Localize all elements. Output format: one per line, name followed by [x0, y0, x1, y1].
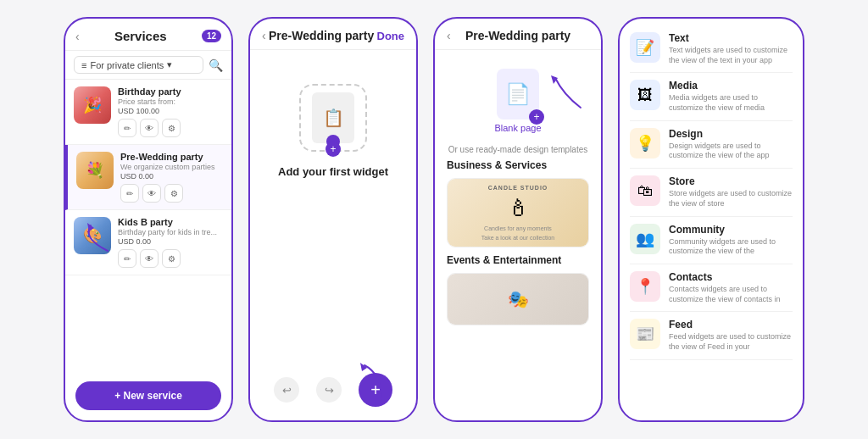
chevron-down-icon: ▾	[167, 59, 172, 70]
service-desc: We organize custom parties	[120, 163, 223, 171]
widget-desc: Text widgets are used to customize the v…	[669, 46, 793, 65]
widget-name: Media	[669, 80, 793, 92]
filter-icon: ≡	[81, 60, 86, 70]
phone1-header: ‹ Services 12	[65, 19, 231, 51]
redo-button[interactable]: ↪	[316, 377, 342, 403]
widget-info: CommunityCommunity widgets are used to c…	[669, 224, 793, 257]
events-template-image: 🎭	[448, 274, 588, 325]
page-title: Services	[114, 29, 167, 43]
widget-icon-community: 👥	[630, 224, 660, 254]
service-price: USD 0.00	[118, 237, 223, 246]
widget-name: Feed	[669, 319, 793, 331]
widget-row-store[interactable]: 🛍StoreStore widgets are used to customiz…	[630, 169, 793, 216]
widget-name: Contacts	[669, 271, 793, 283]
candle-studio-template[interactable]: CANDLE STUDIO 🕯 Candles for any moments …	[447, 178, 589, 247]
service-info: Pre-Wedding party We organize custom par…	[120, 152, 223, 203]
add-widget-label: Add your first widget	[278, 165, 388, 178]
widget-name: Design	[669, 128, 793, 140]
service-item-kids: 🎨 Kids B party Birthday party for kids i…	[65, 210, 231, 275]
page-title: Pre-Wedding party	[465, 29, 570, 42]
filter-dropdown[interactable]: ≡ For private clients ▾	[74, 56, 203, 74]
page-title: Pre-Wedding party	[269, 29, 374, 42]
widget-row-feed[interactable]: 📰FeedFeed widgets are used to customize …	[630, 312, 793, 359]
back-button[interactable]: ‹	[75, 30, 80, 43]
widget-icon-contacts: 📍	[630, 271, 660, 302]
edit-button[interactable]: ✏	[118, 119, 136, 137]
preview-button[interactable]: 👁	[140, 119, 159, 137]
widget-row-media[interactable]: 🖼MediaMedia widgets are used to customiz…	[630, 73, 793, 120]
candle-studio-label: CANDLE STUDIO	[488, 185, 548, 191]
blank-page-option[interactable]: 📄 + Blank page	[447, 60, 589, 140]
phone3-body: 📄 + Blank page Or use ready-made design …	[435, 50, 601, 336]
blank-page-icon: 📄 +	[497, 69, 539, 119]
filter-bar: ≡ For private clients ▾ 🔍	[65, 51, 231, 80]
phone3-header: ‹ Pre-Wedding party	[435, 19, 601, 50]
settings-button[interactable]: ⚙	[162, 249, 181, 268]
service-actions: ✏ 👁 ⚙	[120, 184, 223, 203]
service-price: USD 0.00	[120, 172, 223, 181]
service-item-birthday: 🎉 Birthday party Price starts from: USD …	[65, 80, 231, 145]
widget-icon-text: 📝	[630, 32, 660, 63]
service-thumbnail: 💐	[76, 152, 114, 189]
service-info: Kids B party Birthday party for kids in …	[118, 217, 223, 268]
settings-button[interactable]: ⚙	[164, 184, 183, 203]
blank-page-plus-icon: +	[529, 109, 544, 125]
filter-label: For private clients	[90, 60, 164, 70]
section-business-services: Business & Services	[447, 159, 589, 171]
phone2-toolbar: ↩ ↪ +	[250, 373, 416, 407]
widget-name: Community	[669, 224, 793, 236]
widget-info: ContactsContacts widgets are used to cus…	[669, 271, 793, 304]
widget-icon-media: 🖼	[630, 80, 660, 110]
widget-desc: Community widgets are used to customize …	[669, 237, 793, 257]
undo-button[interactable]: ↩	[274, 377, 299, 403]
widget-name: Store	[669, 175, 793, 187]
search-icon[interactable]: 🔍	[209, 58, 223, 72]
edit-button[interactable]: ✏	[118, 249, 136, 268]
phone-4: 📝TextText widgets are used to customize …	[618, 17, 804, 422]
preview-button[interactable]: 👁	[142, 184, 161, 203]
add-widget-button[interactable]: +	[359, 373, 392, 407]
widget-icon-design: 💡	[630, 128, 660, 158]
widget-info: FeedFeed widgets are used to customize t…	[669, 319, 793, 352]
empty-widget-placeholder: 📋 +	[299, 84, 367, 152]
widget-name: Text	[669, 32, 793, 44]
settings-button[interactable]: ⚙	[162, 119, 181, 137]
service-desc: Birthday party for kids in tre...	[118, 228, 223, 236]
widget-inner-icon: 📋	[312, 92, 354, 143]
preview-button[interactable]: 👁	[140, 249, 159, 268]
candle-sub-label: Candles for any moments	[484, 225, 552, 231]
widget-row-contacts[interactable]: 📍ContactsContacts widgets are used to cu…	[630, 264, 793, 312]
widget-row-text[interactable]: 📝TextText widgets are used to customize …	[630, 25, 793, 73]
widget-desc: Media widgets are used to customize the …	[669, 93, 793, 113]
done-button[interactable]: Done	[377, 30, 405, 42]
widget-icon-feed: 📰	[630, 319, 660, 349]
candle-collection-label: Take a look at our collection	[481, 235, 554, 241]
widget-info: DesignDesign widgets are used to customi…	[669, 128, 793, 161]
edit-button[interactable]: ✏	[120, 184, 139, 203]
service-name: Pre-Wedding party	[120, 152, 223, 162]
service-thumbnail: 🎨	[74, 217, 111, 254]
back-button[interactable]: ‹	[262, 29, 266, 42]
new-service-button[interactable]: + New service	[75, 381, 221, 410]
candle-studio-image: CANDLE STUDIO 🕯 Candles for any moments …	[448, 179, 588, 247]
service-price: USD 100.00	[118, 107, 223, 115]
kids-thumb-image: 🎨	[74, 217, 111, 254]
add-widget-plus: +	[326, 142, 341, 157]
phone-3: ‹ Pre-Wedding party 📄 + Blank page Or us…	[433, 17, 603, 422]
service-actions: ✏ 👁 ⚙	[118, 119, 223, 137]
widget-row-design[interactable]: 💡DesignDesign widgets are used to custom…	[630, 121, 793, 169]
candle-image: 🕯	[506, 194, 530, 222]
back-button[interactable]: ‹	[447, 29, 451, 42]
widget-desc: Feed widgets are used to customize the v…	[669, 332, 793, 352]
widget-info: MediaMedia widgets are used to customize…	[669, 80, 793, 113]
widget-row-community[interactable]: 👥CommunityCommunity widgets are used to …	[630, 217, 793, 264]
service-name: Kids B party	[118, 217, 223, 227]
phone2-header: ‹ Pre-Wedding party Done	[250, 19, 416, 50]
or-templates-text: Or use ready-made design templates	[447, 145, 589, 154]
services-count-badge: 12	[202, 30, 221, 42]
svg-marker-1	[360, 363, 367, 371]
widget-info: StoreStore widgets are used to customize…	[669, 175, 793, 208]
widget-info: TextText widgets are used to customize t…	[669, 32, 793, 65]
wedding-thumb-image: 💐	[76, 152, 114, 189]
events-template[interactable]: 🎭	[447, 273, 589, 325]
